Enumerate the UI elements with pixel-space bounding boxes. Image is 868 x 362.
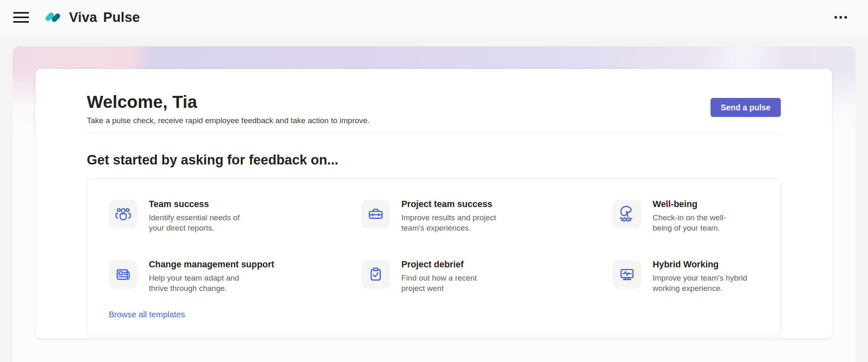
beach-umbrella-icon	[613, 200, 641, 229]
template-title: Change management support	[149, 260, 274, 270]
template-card-change-management[interactable]: Change management support Help your team…	[109, 260, 361, 293]
template-desc: Check-in on the well- being of your team…	[653, 212, 726, 233]
feedback-section-heading: Get started by asking for feedback on...	[87, 152, 781, 168]
template-title: Hybrid Working	[653, 260, 747, 270]
welcome-header: Welcome, Tia Take a pulse check, receive…	[87, 92, 781, 125]
template-desc: Help your team adapt and thrive through …	[149, 273, 274, 293]
divider	[87, 132, 781, 133]
template-card-project-team-success[interactable]: Project team success Improve results and…	[361, 200, 613, 233]
template-title: Team success	[149, 199, 240, 210]
toolbox-icon	[361, 200, 390, 229]
welcome-subtitle: Take a pulse check, receive rapid employ…	[87, 116, 370, 125]
welcome-banner: Welcome, Tia Take a pulse check, receive…	[12, 46, 856, 362]
hamburger-menu-button[interactable]	[13, 11, 30, 24]
template-title: Project debrief	[401, 260, 477, 270]
template-card-well-being[interactable]: Well-being Check-in on the well- being o…	[613, 200, 759, 233]
viva-pulse-app: Viva Pulse Welcome, Tia Take a pulse che…	[0, 0, 868, 362]
ellipsis-icon	[834, 16, 847, 19]
topbar: Viva Pulse	[0, 0, 868, 35]
template-card-team-success[interactable]: Team success Identify essential needs of…	[109, 200, 361, 233]
templates-panel: Team success Identify essential needs of…	[87, 179, 781, 336]
monitor-pulse-icon	[613, 260, 641, 289]
template-desc: Find out how a recent project went	[401, 273, 477, 293]
app-brand: Viva Pulse	[44, 8, 140, 26]
template-title: Project team success	[401, 199, 496, 210]
viva-pulse-logo-icon	[44, 8, 62, 26]
templates-grid: Team success Identify essential needs of…	[109, 200, 759, 293]
welcome-card: Welcome, Tia Take a pulse check, receive…	[36, 69, 832, 338]
people-team-icon	[109, 200, 138, 229]
app-title: Viva Pulse	[69, 10, 140, 25]
clipboard-check-icon	[361, 260, 390, 289]
template-desc: Improve your team's hybrid working exper…	[653, 273, 747, 293]
send-pulse-button[interactable]: Send a pulse	[711, 98, 781, 117]
template-desc: Identify essential needs of your direct …	[149, 212, 240, 233]
newspaper-icon	[109, 260, 138, 289]
more-options-button[interactable]	[832, 9, 850, 26]
welcome-title: Welcome, Tia	[87, 92, 370, 112]
welcome-text: Welcome, Tia Take a pulse check, receive…	[87, 92, 370, 125]
template-card-project-debrief[interactable]: Project debrief Find out how a recent pr…	[361, 260, 613, 293]
template-title: Well-being	[653, 199, 726, 210]
template-desc: Improve results and project team's exper…	[401, 212, 496, 233]
browse-all-templates-link[interactable]: Browse all templates	[109, 310, 185, 319]
template-card-hybrid-working[interactable]: Hybrid Working Improve your team's hybri…	[613, 260, 759, 293]
